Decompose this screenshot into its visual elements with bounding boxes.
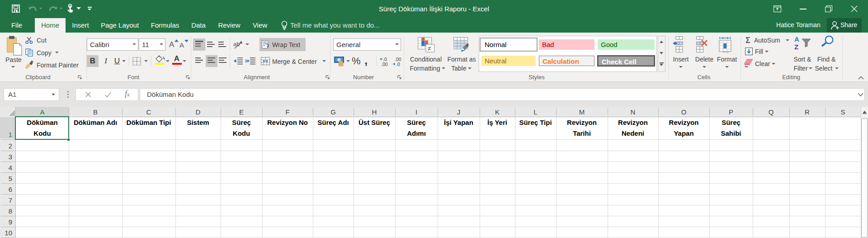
svg-text:≠: ≠ <box>428 45 431 52</box>
svg-text:.00: .00 <box>381 62 388 67</box>
